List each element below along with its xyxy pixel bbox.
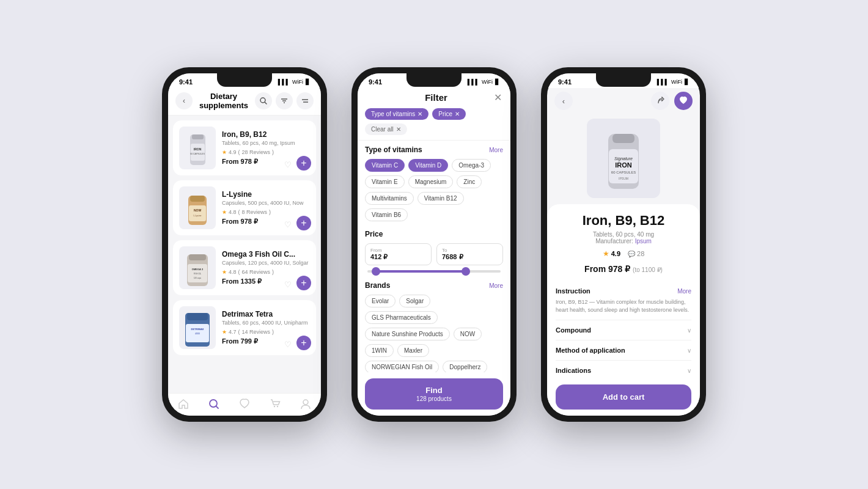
tag-1win[interactable]: 1WIN — [365, 344, 394, 357]
add-to-cart-button-3[interactable]: + — [296, 276, 311, 290]
accordion-indications-header[interactable]: Indications ∨ — [556, 367, 691, 374]
tag-zinc[interactable]: Zinc — [457, 175, 482, 188]
product-hero-area: Signature IRON 60 CAPSULES IPSUM — [547, 112, 700, 204]
svg-rect-14 — [189, 205, 206, 221]
tag-doppelherz[interactable]: Doppelherz — [443, 361, 487, 372]
price-range-thumb-right[interactable] — [462, 267, 470, 276]
detail-footer: Add to cart — [547, 378, 700, 416]
sort-button[interactable] — [296, 92, 314, 109]
signal-icon-2: ▌▌▌ — [468, 79, 479, 85]
star-icon-3: ★ — [222, 269, 227, 275]
price-from-box[interactable]: From 412 ₽ — [365, 243, 432, 265]
accordion-method-header[interactable]: Method of application ∨ — [556, 347, 691, 354]
price-range-track[interactable] — [367, 270, 501, 273]
accordion-indications-arrow: ∨ — [687, 367, 691, 374]
chip-remove-clear[interactable]: ✕ — [396, 126, 401, 133]
add-to-cart-button-2[interactable]: + — [296, 216, 311, 230]
vitamins-tags: Vitamin C Vitamin D Omega-3 Vitamin E Ma… — [365, 159, 503, 221]
star-icon-4: ★ — [222, 329, 227, 335]
accordion-compound-header[interactable]: Compound ∨ — [556, 326, 691, 334]
wishlist-button-2[interactable]: ♡ — [284, 220, 292, 229]
tag-nature-sunshine[interactable]: Nature Sunshine Products — [365, 328, 450, 340]
tag-maxler[interactable]: Maxler — [397, 344, 429, 357]
wishlist-button-3[interactable]: ♡ — [284, 280, 292, 289]
accordion-indications-title: Indications — [556, 367, 591, 374]
tag-now[interactable]: NOW — [454, 328, 482, 340]
product-item-2[interactable]: NOW L-Lysine L-Lysine Capsules, 500 pcs,… — [173, 180, 316, 235]
brands-more[interactable]: More — [489, 282, 503, 289]
price-to-box[interactable]: To 7688 ₽ — [436, 243, 503, 265]
price-range-fill — [374, 270, 468, 273]
tag-magnesium[interactable]: Magnesium — [408, 175, 454, 188]
product-rating-1: ★ 4.9 (28 Reviews) — [222, 149, 310, 155]
filter-chip-vitamins[interactable]: Type of vitamins ✕ — [365, 108, 428, 120]
product-item-3[interactable]: OMEGA 3 FISH OIL 120 caps Omega 3 Fish O… — [173, 240, 316, 295]
accordion-instruction-more[interactable]: More — [677, 288, 691, 295]
filter-header: Filter ✕ — [358, 88, 510, 108]
svg-rect-13 — [190, 196, 205, 202]
find-button[interactable]: Find 128 products — [365, 378, 503, 410]
back-button[interactable]: ‹ — [175, 92, 193, 109]
wifi-icon: WiFi — [292, 79, 303, 85]
product-name-1: Iron, B9, B12 — [222, 130, 310, 139]
status-icons-2: ▌▌▌ WiFi ▊ — [468, 79, 499, 85]
tag-norwegian[interactable]: NORWEGIAN Fish Oil — [365, 361, 439, 372]
chip-remove-price[interactable]: ✕ — [455, 111, 460, 117]
product-name-3: Omega 3 Fish Oil C... — [222, 250, 310, 259]
comment-icon: 💬 — [628, 251, 635, 257]
svg-rect-8 — [192, 134, 204, 139]
detail-wishlist-button[interactable] — [674, 92, 693, 110]
svg-text:Signature: Signature — [614, 156, 633, 161]
tag-vitamin-b12[interactable]: Vitamin B12 — [417, 192, 464, 205]
tag-vitamin-d[interactable]: Vitamin D — [408, 159, 448, 172]
add-to-cart-final-button[interactable]: Add to cart — [556, 384, 691, 410]
nav-profile[interactable] — [300, 399, 311, 410]
detail-price-old: (to 1100 ₽) — [633, 267, 663, 273]
tag-vitamin-c[interactable]: Vitamin C — [365, 159, 405, 172]
detail-price: From 978 ₽ (to 1100 ₽) — [556, 264, 691, 274]
nav-home[interactable] — [178, 399, 189, 410]
status-icons-1: ▌▌▌ WiFi ▊ — [278, 79, 310, 85]
tag-vitamin-b6[interactable]: Vitamin B6 — [365, 208, 408, 221]
product-hero-image: Signature IRON 60 CAPSULES IPSUM — [587, 119, 660, 198]
nav-cart[interactable] — [270, 399, 281, 410]
accordion-compound-arrow: ∨ — [687, 327, 691, 334]
manufacturer-name[interactable]: Ipsum — [635, 238, 652, 244]
nav-search[interactable] — [208, 399, 219, 410]
tag-vitamin-e[interactable]: Vitamin E — [365, 175, 405, 188]
price-range-thumb-left[interactable] — [372, 267, 380, 276]
nav-wishlist[interactable] — [239, 399, 250, 410]
add-to-cart-button-4[interactable]: + — [296, 336, 311, 350]
accordion-instruction-header[interactable]: Instruction More — [556, 287, 691, 295]
price-to-value: 7688 ₽ — [442, 253, 498, 261]
rating-value-3: 4.8 — [229, 269, 237, 275]
wishlist-button-4[interactable]: ♡ — [284, 340, 292, 349]
tag-evolar[interactable]: Evolar — [365, 295, 395, 307]
filter-close-button[interactable]: ✕ — [494, 92, 502, 103]
screen-filter: 9:41 ▌▌▌ WiFi ▊ Filter ✕ Type of vitamin… — [351, 67, 517, 422]
rating-value-4: 4.7 — [229, 329, 237, 335]
filter-chip-clear[interactable]: Clear all ✕ — [365, 123, 407, 135]
filter-chip-price[interactable]: Price ✕ — [432, 108, 466, 120]
detail-back-button[interactable]: ‹ — [554, 92, 573, 110]
product-name-4: Detrimax Tetra — [222, 310, 310, 318]
tag-gls[interactable]: GLS Pharmaceuticals — [365, 311, 438, 324]
chip-remove-vitamins[interactable]: ✕ — [417, 111, 422, 117]
svg-point-31 — [277, 406, 278, 407]
wishlist-button-1[interactable]: ♡ — [284, 160, 292, 169]
product-item-1[interactable]: IRON 60 CAPSULES Iron, B9, B12 Tablets, … — [173, 120, 316, 175]
add-to-cart-button-1[interactable]: + — [296, 156, 311, 171]
tag-multivitamins[interactable]: Multivitamins — [365, 192, 414, 205]
vitamins-title: Type of vitamins — [365, 145, 422, 154]
share-button[interactable] — [651, 92, 669, 110]
vitamins-more[interactable]: More — [489, 147, 503, 153]
rating-reviews-1: ( — [238, 149, 240, 155]
product-item-4[interactable]: DETRIMAX 4000 Detrimax Tetra Tablets, 60… — [173, 300, 316, 355]
svg-text:IPSUM: IPSUM — [619, 177, 628, 180]
search-button[interactable] — [255, 92, 272, 109]
tag-solgar[interactable]: Solgar — [399, 295, 430, 307]
filter-button[interactable] — [276, 92, 293, 109]
tag-omega3[interactable]: Omega-3 — [452, 159, 491, 172]
product-name-2: L-Lysine — [222, 190, 310, 199]
list-header: ‹ Dietary supplements — [168, 88, 321, 116]
